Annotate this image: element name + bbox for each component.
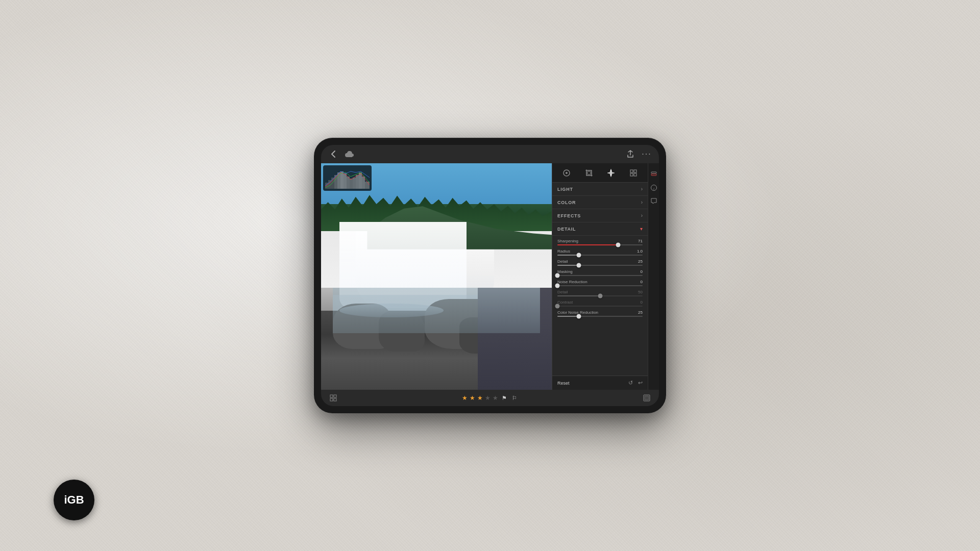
waterfall-photo xyxy=(321,163,552,390)
flag-pick-button[interactable]: ⚑ xyxy=(502,395,507,402)
tab-auto[interactable] xyxy=(560,166,573,180)
reset-button[interactable]: Reset xyxy=(557,381,570,386)
svg-rect-6 xyxy=(344,173,347,189)
svg-rect-5 xyxy=(340,171,344,189)
star-3[interactable]: ★ xyxy=(477,394,483,402)
more-button[interactable]: ··· xyxy=(641,148,653,160)
section-light[interactable]: LIGHT › xyxy=(552,183,648,196)
star-4[interactable]: ★ xyxy=(485,394,491,402)
undo-button[interactable]: ↩ xyxy=(638,380,643,386)
section-effects[interactable]: EFFECTS › xyxy=(552,209,648,222)
color-noise-track[interactable] xyxy=(557,316,643,317)
masking-thumb[interactable] xyxy=(555,273,560,278)
contrast-slider-row: Contrast 0 xyxy=(557,300,643,307)
sharpening-track[interactable] xyxy=(557,244,643,245)
star-5[interactable]: ★ xyxy=(493,394,498,402)
tablet-body: ··· xyxy=(314,138,666,413)
right-panel: LIGHT › COLOR › EFFECTS › xyxy=(552,163,648,390)
section-light-chevron: › xyxy=(641,186,643,192)
detail-value: 25 xyxy=(638,259,643,264)
star-1[interactable]: ★ xyxy=(462,394,468,402)
contrast-track[interactable] xyxy=(557,306,643,307)
svg-point-15 xyxy=(566,172,568,174)
contrast-label: Contrast xyxy=(557,300,573,305)
photo-area xyxy=(321,163,552,390)
detail-sub-label: Detail xyxy=(557,290,568,294)
masking-slider-row: Masking 0 xyxy=(557,269,643,276)
masking-value: 0 xyxy=(641,269,643,274)
section-effects-label: EFFECTS xyxy=(557,213,581,218)
color-noise-value: 25 xyxy=(638,310,643,315)
section-detail-chevron: ▾ xyxy=(640,226,643,232)
radius-fill xyxy=(557,255,579,256)
share-button[interactable] xyxy=(624,148,636,160)
grid-view-button[interactable] xyxy=(327,392,339,404)
sharpening-value: 71 xyxy=(638,239,643,243)
panel-content: LIGHT › COLOR › EFFECTS › xyxy=(552,183,648,375)
svg-text:i: i xyxy=(653,187,654,191)
sharpening-fill xyxy=(557,244,618,245)
svg-rect-20 xyxy=(651,172,656,173)
info-icon[interactable]: i xyxy=(650,184,658,192)
contrast-value: 0 xyxy=(641,300,643,305)
section-color[interactable]: COLOR › xyxy=(552,196,648,209)
color-noise-thumb[interactable] xyxy=(576,314,581,319)
tab-crop[interactable] xyxy=(582,166,596,180)
flag-reject-button[interactable]: ⚐ xyxy=(512,395,517,402)
toolbar-center: ★ ★ ★ ★ ★ ⚑ ⚐ xyxy=(462,394,519,402)
radius-track[interactable] xyxy=(557,255,643,256)
detail-track[interactable] xyxy=(557,265,643,266)
detail-fill xyxy=(557,265,579,266)
bottom-toolbar: ★ ★ ★ ★ ★ ⚑ ⚐ xyxy=(321,390,659,406)
back-button[interactable] xyxy=(327,148,339,160)
section-color-chevron: › xyxy=(641,199,643,205)
noise-reduction-slider-row: Noise Reduction 0 xyxy=(557,280,643,286)
detail-sub-value: 50 xyxy=(638,290,643,294)
top-bar: ··· xyxy=(321,145,659,163)
section-light-label: LIGHT xyxy=(557,187,573,192)
section-detail[interactable]: DETAIL ▾ xyxy=(552,222,648,236)
noise-reduction-label: Noise Reduction xyxy=(557,280,587,284)
detail-sub-fill xyxy=(557,295,600,296)
sliders-area: Sharpening 71 xyxy=(552,236,648,322)
noise-reduction-track[interactable] xyxy=(557,285,643,286)
detail-thumb[interactable] xyxy=(576,263,581,268)
tab-selective[interactable] xyxy=(627,166,640,180)
section-color-label: COLOR xyxy=(557,200,576,205)
star-2[interactable]: ★ xyxy=(470,394,475,402)
detail-sub-track[interactable] xyxy=(557,295,643,296)
footer-icons: ↺ ↩ xyxy=(628,380,643,386)
tab-detail[interactable] xyxy=(604,166,618,180)
igb-text: iGB xyxy=(64,493,84,507)
redo-button[interactable]: ↺ xyxy=(628,380,633,386)
svg-rect-29 xyxy=(645,396,649,400)
tablet: ··· xyxy=(314,138,666,413)
sharpening-thumb[interactable] xyxy=(616,243,620,247)
top-bar-left xyxy=(327,148,356,160)
svg-rect-16 xyxy=(630,170,633,172)
detail-slider-row: Detail 25 xyxy=(557,259,643,266)
radius-thumb[interactable] xyxy=(576,253,581,258)
crop-view-button[interactable] xyxy=(641,392,653,404)
contrast-thumb[interactable] xyxy=(555,304,560,309)
main-content: LIGHT › COLOR › EFFECTS › xyxy=(321,163,659,390)
svg-rect-10 xyxy=(356,175,359,189)
svg-rect-25 xyxy=(334,395,336,397)
toolbar-right xyxy=(641,392,653,404)
masking-track[interactable] xyxy=(557,275,643,276)
masking-label: Masking xyxy=(557,269,573,274)
svg-rect-24 xyxy=(330,395,333,397)
radius-value: 1.0 xyxy=(637,249,643,254)
detail-sub-slider-row: Detail 50 xyxy=(557,290,643,296)
noise-reduction-thumb[interactable] xyxy=(555,284,560,288)
section-detail-label: DETAIL xyxy=(557,227,576,232)
detail-sub-thumb[interactable] xyxy=(598,294,602,298)
layers-icon[interactable] xyxy=(650,170,658,179)
radius-label: Radius xyxy=(557,249,570,254)
right-edge-panel: i xyxy=(648,163,659,390)
radius-slider-row: Radius 1.0 xyxy=(557,249,643,256)
svg-rect-26 xyxy=(330,398,333,401)
chat-icon[interactable] xyxy=(650,197,658,205)
svg-rect-21 xyxy=(651,174,656,176)
svg-rect-8 xyxy=(350,179,353,189)
